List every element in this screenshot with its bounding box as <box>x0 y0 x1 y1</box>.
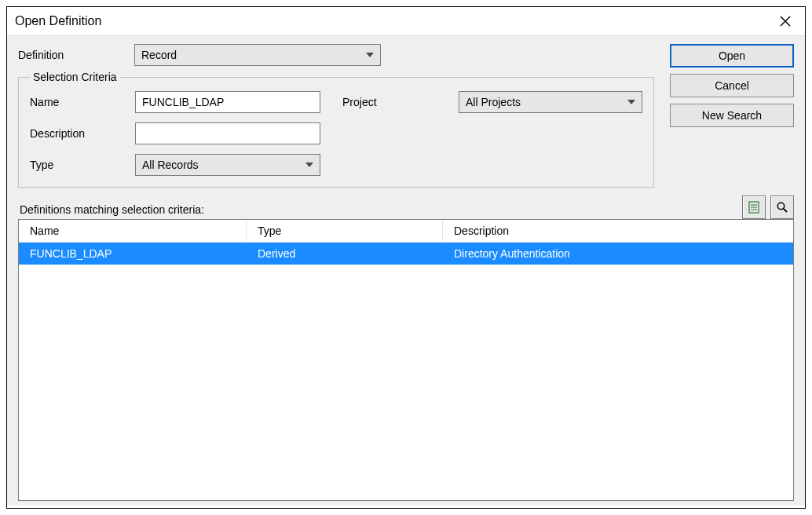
list-icon <box>748 201 760 214</box>
cell-description: Directory Authentication <box>443 243 793 265</box>
right-buttons: Open Cancel New Search <box>670 44 794 127</box>
mid-row: Definitions matching selection criteria: <box>18 195 794 219</box>
search-button[interactable] <box>770 195 794 219</box>
svg-line-7 <box>784 209 787 212</box>
close-button[interactable] <box>774 12 797 31</box>
cell-type: Derived <box>247 243 443 265</box>
project-value: All Projects <box>466 96 521 108</box>
project-label: Project <box>342 96 459 108</box>
name-row: Name Project All Projects <box>30 91 642 113</box>
type-combo[interactable]: All Records <box>135 154 320 176</box>
list-view-button[interactable] <box>742 195 766 219</box>
top-section: Definition Record Selection Criteria Nam… <box>18 44 794 195</box>
new-search-button[interactable]: New Search <box>670 104 794 127</box>
svg-point-6 <box>777 203 784 209</box>
col-header-name[interactable]: Name <box>19 220 247 243</box>
chevron-down-icon <box>366 53 374 57</box>
left-column: Definition Record Selection Criteria Nam… <box>18 44 654 195</box>
name-input-wrapper <box>135 91 320 113</box>
description-input[interactable] <box>141 126 315 141</box>
cell-name: FUNCLIB_LDAP <box>19 243 247 265</box>
name-label: Name <box>30 96 135 108</box>
description-input-wrapper <box>135 122 320 144</box>
dialog-title: Open Definition <box>15 14 101 28</box>
chevron-down-icon <box>305 163 313 167</box>
col-header-description[interactable]: Description <box>443 220 793 243</box>
col-header-type[interactable]: Type <box>247 220 443 243</box>
new-search-button-label: New Search <box>702 109 762 122</box>
dialog-body: Definition Record Selection Criteria Nam… <box>7 36 805 506</box>
description-row: Description <box>30 122 642 144</box>
definition-combo[interactable]: Record <box>134 44 381 66</box>
open-definition-dialog: Open Definition Definition Record Sele <box>6 6 806 509</box>
definition-value: Record <box>141 49 177 61</box>
type-row: Type All Records <box>30 154 642 176</box>
results-label: Definitions matching selection criteria: <box>20 203 204 216</box>
close-icon <box>780 16 791 27</box>
open-button[interactable]: Open <box>670 44 794 68</box>
results-body: FUNCLIB_LDAPDerivedDirectory Authenticat… <box>19 243 793 500</box>
results-grid[interactable]: Name Type Description FUNCLIB_LDAPDerive… <box>18 219 794 501</box>
type-label: Type <box>30 159 135 171</box>
title-bar: Open Definition <box>7 7 805 35</box>
selection-criteria-legend: Selection Criteria <box>30 71 120 83</box>
results-toolbar <box>742 195 794 219</box>
open-button-label: Open <box>719 49 745 62</box>
cancel-button-label: Cancel <box>715 79 749 92</box>
description-label: Description <box>30 127 135 140</box>
name-input[interactable] <box>141 95 315 109</box>
definition-label: Definition <box>18 49 134 61</box>
results-header: Name Type Description <box>19 220 793 243</box>
selection-criteria-group: Selection Criteria Name Project All Proj… <box>18 71 654 188</box>
project-combo[interactable]: All Projects <box>459 91 642 113</box>
cancel-button[interactable]: Cancel <box>670 74 794 97</box>
chevron-down-icon <box>627 100 635 104</box>
table-row[interactable]: FUNCLIB_LDAPDerivedDirectory Authenticat… <box>19 243 793 265</box>
magnifier-icon <box>776 201 788 214</box>
definition-row: Definition Record <box>18 44 654 66</box>
type-value: All Records <box>142 159 199 171</box>
